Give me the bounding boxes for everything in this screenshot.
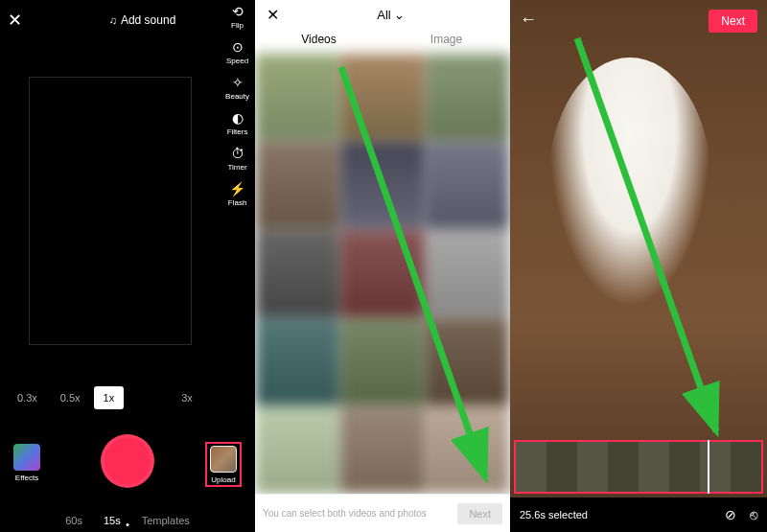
media-item[interactable] [255, 142, 339, 229]
record-button[interactable] [101, 434, 154, 488]
timeline-frame [608, 442, 639, 492]
mode-indicator-dot [127, 523, 129, 526]
next-button[interactable]: Next [457, 503, 502, 524]
timeline-frame [516, 442, 546, 492]
mode-60s[interactable]: 60s [65, 515, 82, 526]
timeline-frame [731, 442, 761, 492]
zoom-0.3x[interactable]: 0.3x [8, 386, 47, 409]
music-icon: ♫ [109, 14, 117, 26]
media-item[interactable] [426, 406, 510, 494]
tool-filters[interactable]: ◐Filters [227, 110, 248, 136]
tool-flip[interactable]: ⟲Flip [230, 4, 245, 30]
effects-button[interactable]: Effects [13, 444, 40, 482]
edit-screen: ← Next 25.6s selected ⊘ ⎋ [510, 0, 767, 532]
media-item[interactable] [255, 318, 339, 405]
gallery-topbar: ✕ All ⌄ [255, 0, 510, 29]
media-item[interactable] [340, 406, 425, 494]
media-item[interactable] [340, 54, 425, 141]
media-item[interactable] [426, 54, 510, 141]
add-sound-label: Add sound [121, 13, 175, 27]
tool-label: Timer [227, 163, 246, 172]
tool-label: Beauty [225, 92, 249, 101]
tool-label: Flip [231, 21, 244, 30]
tab-videos[interactable]: Videos [255, 29, 383, 54]
timeline-playhead[interactable] [708, 440, 709, 494]
media-item[interactable] [255, 54, 339, 141]
selection-hint: You can select both videos and photos [263, 508, 457, 519]
rotate-icon[interactable]: ⎋ [750, 507, 757, 522]
media-item[interactable] [426, 318, 510, 405]
speed-icon: ⊙ [230, 39, 245, 55]
mode-selector: 60s 15s Templates [0, 515, 255, 526]
tool-speed[interactable]: ⊙Speed [226, 39, 248, 65]
add-sound-button[interactable]: ♫ Add sound [30, 13, 255, 27]
album-label: All [377, 8, 390, 22]
media-item[interactable] [255, 406, 339, 494]
timeline-frame [639, 442, 669, 492]
tool-label: Filters [227, 127, 248, 136]
effects-icon [13, 444, 40, 471]
upload-button[interactable]: Upload [205, 442, 242, 487]
edit-actions: ⊘ ⎋ [725, 507, 757, 522]
tool-flash[interactable]: ⚡Flash [228, 181, 247, 207]
timeline-frame [669, 442, 700, 492]
flip-icon: ⟲ [230, 4, 245, 19]
camera-topbar: ✕ ♫ Add sound [0, 6, 255, 35]
close-button[interactable]: ✕ [265, 4, 281, 26]
media-grid [255, 54, 510, 494]
media-item[interactable] [255, 230, 339, 317]
filters-icon: ◐ [230, 110, 245, 126]
timeline-frame [577, 442, 608, 492]
tool-label: Flash [228, 198, 247, 207]
close-button[interactable]: ✕ [0, 6, 30, 35]
gallery-screen: ✕ All ⌄ Videos Image You can select both… [255, 0, 510, 532]
media-item[interactable] [426, 230, 510, 317]
tool-label: Speed [226, 57, 248, 65]
timer-icon: ⏱ [230, 146, 245, 161]
tool-timer[interactable]: ⏱Timer [227, 146, 246, 172]
zoom-3x[interactable]: 3x [172, 386, 202, 409]
back-button[interactable]: ← [520, 10, 537, 30]
viewfinder [29, 77, 192, 345]
mode-15s[interactable]: 15s [104, 515, 121, 526]
upload-icon [210, 446, 237, 473]
timeline-frame [700, 442, 731, 492]
zoom-1x[interactable]: 1x [94, 386, 125, 409]
upload-label: Upload [211, 475, 235, 484]
flash-icon: ⚡ [230, 181, 245, 197]
camera-bottom: Effects Upload 60s 15s Templates [0, 417, 255, 532]
chevron-down-icon: ⌄ [394, 8, 405, 22]
next-button[interactable]: Next [709, 10, 757, 33]
camera-tools: ⟲Flip ⊙Speed ✧Beauty ◐Filters ⏱Timer ⚡Fl… [225, 4, 249, 207]
tool-beauty[interactable]: ✧Beauty [225, 75, 249, 101]
beauty-icon: ✧ [230, 75, 245, 90]
zoom-controls: 0.3x 0.5x 1x 3x [8, 386, 202, 409]
media-item[interactable] [340, 142, 425, 229]
mode-templates[interactable]: Templates [142, 515, 190, 526]
zoom-0.5x[interactable]: 0.5x [51, 386, 90, 409]
preview-subject [548, 58, 711, 307]
duration-selected: 25.6s selected [520, 509, 725, 520]
camera-screen: ✕ ♫ Add sound ⟲Flip ⊙Speed ✧Beauty ◐Filt… [0, 0, 255, 532]
timeline-frame [546, 442, 577, 492]
speed-icon[interactable]: ⊘ [725, 507, 736, 522]
album-selector[interactable]: All ⌄ [281, 8, 500, 22]
media-item[interactable] [426, 142, 510, 229]
tab-image[interactable]: Image [383, 29, 510, 54]
gallery-footer: You can select both videos and photos Ne… [255, 494, 510, 532]
effects-label: Effects [15, 474, 38, 482]
media-item[interactable] [340, 318, 425, 405]
media-item[interactable] [340, 230, 425, 317]
gallery-tabs: Videos Image [255, 29, 510, 54]
timeline[interactable] [514, 440, 763, 494]
edit-footer: 25.6s selected ⊘ ⎋ [510, 497, 767, 532]
